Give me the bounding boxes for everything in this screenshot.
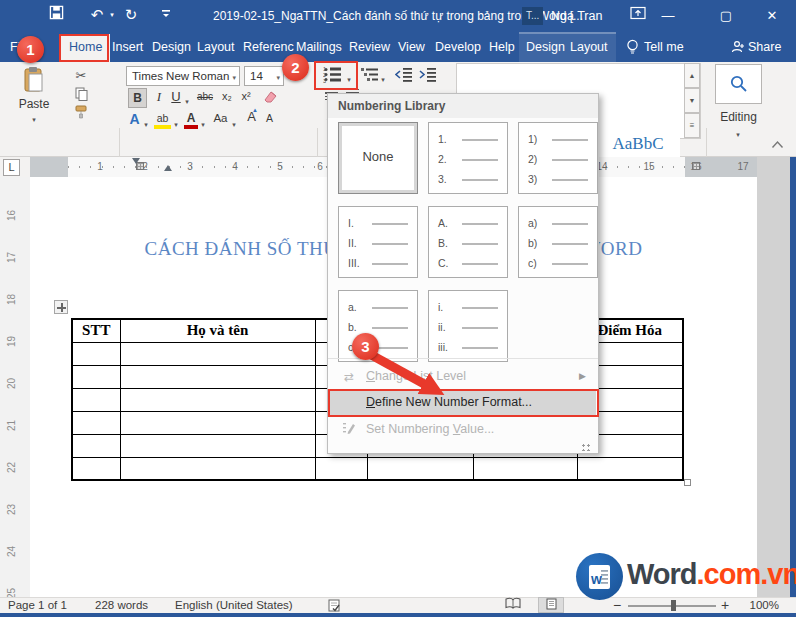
- font-color-caret[interactable]: [199, 116, 207, 130]
- qat-customize-icon: [161, 6, 171, 20]
- grow-font-arrow: ▲: [251, 107, 259, 113]
- superscript-button[interactable]: x²: [238, 90, 254, 102]
- decrease-indent-button[interactable]: [394, 67, 414, 85]
- tab-layout[interactable]: Layout: [197, 32, 235, 62]
- minimize-button[interactable]: —: [646, 0, 690, 32]
- underline-button[interactable]: U: [169, 89, 183, 104]
- copy-button[interactable]: [72, 87, 90, 104]
- bold-button[interactable]: B: [128, 88, 147, 108]
- table-header-cell[interactable]: Họ và tên: [120, 319, 315, 342]
- styles-more-button[interactable]: ≡: [684, 113, 700, 138]
- zoom-in-button[interactable]: +: [721, 598, 729, 613]
- collapse-ribbon-icon: [771, 140, 784, 149]
- font-size-select[interactable]: 14: [244, 66, 284, 86]
- ruler-number: 23: [6, 504, 17, 515]
- highlight-caret[interactable]: [172, 116, 180, 130]
- window-edge: [790, 157, 796, 613]
- tab-share[interactable]: Share: [748, 32, 781, 62]
- tellme-bulb-icon: [626, 39, 639, 57]
- font-color-button[interactable]: A: [184, 111, 198, 129]
- save-button[interactable]: [44, 0, 68, 32]
- undo-button[interactable]: [88, 0, 106, 32]
- undo-dropdown-caret[interactable]: [107, 0, 117, 32]
- table-header-cell[interactable]: STT: [72, 319, 120, 342]
- title-bar: 2019-02-15_NgaTTN_Cách đánh số thứ tự tr…: [0, 0, 796, 32]
- tab-stop-selector[interactable]: [3, 159, 20, 176]
- underline-dropdown-caret[interactable]: [183, 93, 191, 107]
- text-effects-button[interactable]: A: [127, 111, 142, 127]
- tab-help[interactable]: Help: [489, 32, 515, 62]
- styles-scroll-down-button[interactable]: ▼: [684, 88, 700, 113]
- change-case-caret[interactable]: [230, 116, 238, 130]
- window-bottom-edge: [0, 613, 796, 617]
- multilevel-list-button[interactable]: [360, 67, 380, 85]
- ruler-number: 15: [643, 161, 654, 172]
- tab-developer[interactable]: Develop: [435, 32, 481, 62]
- tab-tell-me[interactable]: Tell me: [644, 32, 684, 62]
- close-button[interactable]: ✕: [748, 0, 796, 32]
- numbering-option-none[interactable]: None: [338, 122, 418, 194]
- redo-button[interactable]: [122, 0, 140, 32]
- numbering-library-header: Numbering Library: [328, 94, 598, 118]
- vertical-ruler: 16 17 18 19 20 21 22 23 24 25: [0, 177, 30, 597]
- multilevel-list-icon: [361, 67, 379, 82]
- numbering-option-roman-upper[interactable]: I. II. III.: [338, 206, 418, 278]
- italic-button[interactable]: I: [152, 89, 166, 105]
- annotation-step-1: 1: [17, 36, 44, 63]
- editing-caret[interactable]: [734, 126, 742, 140]
- maximize-button[interactable]: ▢: [704, 0, 748, 32]
- table-move-handle[interactable]: [54, 300, 68, 314]
- highlight-button[interactable]: ab: [154, 112, 171, 129]
- paste-button[interactable]: Paste: [8, 66, 60, 138]
- zoom-level[interactable]: 100%: [739, 598, 779, 613]
- ruler-number: 18: [6, 294, 17, 305]
- change-case-button[interactable]: Aa: [211, 112, 230, 124]
- multilevel-caret[interactable]: [379, 71, 387, 85]
- font-name-select[interactable]: Times New Roman: [126, 66, 240, 86]
- language-indicator[interactable]: English (United States): [175, 598, 293, 613]
- dropdown-resize-grip[interactable]: [581, 443, 591, 451]
- paste-dropdown-caret[interactable]: [32, 111, 36, 125]
- hanging-indent-marker[interactable]: [164, 165, 172, 171]
- first-line-indent-marker[interactable]: [132, 158, 140, 164]
- search-icon: [729, 74, 749, 94]
- tab-table-design[interactable]: Design: [526, 32, 565, 62]
- numbering-option-decimal-paren[interactable]: 1) 2) 3): [518, 122, 598, 194]
- table-resize-handle[interactable]: [684, 479, 691, 486]
- account-user-name[interactable]: Nga Tran: [551, 0, 602, 32]
- zoom-slider-thumb[interactable]: [671, 600, 676, 611]
- numbering-option-alpha-lower-paren[interactable]: a) b) c): [518, 206, 598, 278]
- tab-design[interactable]: Design: [152, 32, 191, 62]
- ruler-number: 17: [6, 252, 17, 263]
- subscript-button[interactable]: x₂: [219, 90, 235, 102]
- tab-view[interactable]: View: [398, 32, 425, 62]
- clear-formatting-button[interactable]: [262, 89, 280, 107]
- numbering-option-decimal-dot[interactable]: 1. 2. 3.: [428, 122, 508, 194]
- increase-indent-button[interactable]: [418, 67, 438, 85]
- numbering-option-alpha-upper[interactable]: A. B. C.: [428, 206, 508, 278]
- tab-insert[interactable]: Insert: [112, 32, 143, 62]
- print-layout-icon: [546, 598, 557, 610]
- format-painter-button[interactable]: [72, 105, 90, 122]
- read-mode-icon: [505, 597, 521, 609]
- strikethrough-button[interactable]: abc: [194, 91, 216, 102]
- cut-button[interactable]: ✂: [72, 68, 90, 83]
- print-layout-button[interactable]: [538, 597, 564, 613]
- svg-text:w: w: [590, 571, 602, 587]
- tab-table-layout[interactable]: Layout: [570, 32, 608, 62]
- editing-find-button[interactable]: [715, 64, 762, 104]
- collapse-ribbon-button[interactable]: [768, 138, 786, 152]
- paste-icon: [23, 66, 45, 94]
- text-effects-caret[interactable]: [142, 116, 150, 130]
- qat-customize-button[interactable]: [158, 0, 174, 32]
- document-canvas: [757, 157, 790, 613]
- page-count[interactable]: Page 1 of 1: [8, 598, 67, 613]
- ribbon-display-options-icon: [630, 6, 646, 20]
- shrink-font-button[interactable]: A: [263, 112, 276, 124]
- tab-review[interactable]: Review: [349, 32, 390, 62]
- styles-scroll-up-button[interactable]: ▲: [684, 63, 700, 88]
- table-column-marker[interactable]: [692, 162, 700, 170]
- read-mode-button[interactable]: [500, 597, 526, 613]
- word-count[interactable]: 228 words: [95, 598, 148, 613]
- zoom-out-button[interactable]: −: [613, 598, 621, 613]
